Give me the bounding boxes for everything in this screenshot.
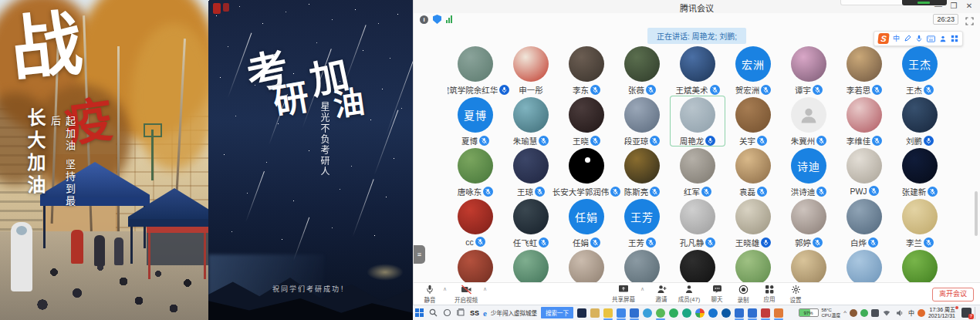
camera-button[interactable]: 开启视频 — [451, 285, 482, 304]
tray-overflow-caret[interactable]: ^ — [843, 309, 847, 316]
pinned-app-green[interactable] — [669, 308, 678, 318]
participant-段亚琼[interactable]: 段亚琼 — [614, 96, 670, 147]
participant-关宇[interactable]: 关宇 — [725, 96, 781, 147]
network-icon[interactable] — [882, 308, 892, 318]
chrome-icon[interactable] — [695, 308, 705, 318]
tray-icon-green[interactable] — [860, 309, 868, 317]
invite-button[interactable]: 邀请 — [648, 285, 674, 303]
participant-李若思[interactable]: 李若思 — [836, 45, 892, 96]
open-app-meeting[interactable] — [735, 308, 744, 318]
members-button[interactable]: 成员(47) — [676, 285, 702, 303]
participant-夏博[interactable]: 夏博夏博 — [448, 96, 503, 147]
mute-button[interactable]: 静音 — [417, 285, 443, 304]
participant-贺宏洲[interactable]: 宏洲贺宏洲 — [725, 45, 781, 96]
maximize-button[interactable]: ❐ — [946, 0, 961, 12]
participant-建筑学院余红华[interactable]: 建筑学院余红华 — [448, 45, 503, 96]
participant-李维佳[interactable]: 李维佳 — [836, 96, 892, 147]
camera-options-caret[interactable]: ∧ — [483, 286, 487, 292]
pinned-app-dark[interactable] — [577, 308, 586, 318]
participant-白烨[interactable]: 白烨 — [836, 197, 892, 248]
action-center-icon[interactable]: 7 — [961, 308, 972, 318]
participant-任飞虹[interactable]: 任飞虹 — [503, 197, 559, 248]
taskbar-clock[interactable]: 17:36 周五 2021/12/31 — [928, 307, 958, 319]
ime-mode-cn[interactable]: 中 — [893, 32, 900, 45]
fullscreen-icon[interactable] — [965, 15, 974, 23]
tray-icon-orange[interactable] — [917, 309, 925, 317]
participant-unnamed[interactable] — [503, 248, 559, 282]
participant-unnamed[interactable] — [836, 248, 892, 282]
participant-周艳龙[interactable]: 周艳龙 — [670, 96, 725, 147]
start-button[interactable] — [414, 308, 424, 318]
ime-contacts-icon[interactable] — [939, 35, 947, 42]
participant-长安大学郭润伟[interactable]: 长安大学郭润伟 — [559, 147, 614, 197]
ime-mic-icon[interactable] — [915, 35, 923, 42]
chat-button[interactable]: 聊天 — [704, 285, 730, 303]
open-app-monitor[interactable] — [617, 308, 626, 318]
participant-袁磊[interactable]: 袁磊 — [725, 147, 781, 197]
participant-张建新[interactable]: 张建新 — [892, 147, 948, 197]
participant-陈斯亮[interactable]: 陈斯亮 — [614, 147, 670, 197]
participant-王芳[interactable]: 王芳王芳 — [614, 197, 670, 248]
close-button[interactable]: ✕ — [961, 0, 977, 12]
ie-icon[interactable] — [708, 308, 718, 318]
participant-王杰[interactable]: 王杰王杰 — [892, 45, 948, 96]
participant-洪诗迪[interactable]: 诗迪洪诗迪 — [781, 147, 836, 197]
participant-朱冀州[interactable]: 朱冀州 — [781, 96, 836, 147]
ime-toolbox-icon[interactable] — [951, 35, 958, 42]
tray-icon-monkey[interactable] — [850, 309, 857, 317]
share-screen-button[interactable]: 共享屏幕 — [608, 285, 639, 303]
open-app-docs[interactable] — [748, 308, 757, 318]
participant-王晓[interactable]: 王晓 — [559, 96, 614, 147]
ime-indicator[interactable]: 中 — [908, 308, 914, 317]
taskbar-search-button[interactable]: 搜索一下 — [541, 307, 573, 318]
search-icon[interactable] — [428, 308, 438, 318]
participant-李兰[interactable]: 李兰 — [892, 197, 948, 248]
pinned-app-teal[interactable] — [682, 308, 691, 318]
participant-红军[interactable]: 红军 — [670, 147, 725, 197]
open-app-wechat[interactable] — [656, 308, 665, 318]
participant-张薇[interactable]: 张薇 — [614, 45, 670, 96]
participant-谭宇[interactable]: 谭宇 — [781, 45, 836, 96]
participant-刘鹏[interactable]: 刘鹏 — [892, 96, 948, 147]
battery-indicator[interactable]: 97% — [799, 308, 819, 317]
browser-headline-text[interactable]: 少年闯入虚拟城堡 — [491, 308, 537, 317]
open-app-notes[interactable] — [603, 308, 613, 318]
participant-unnamed[interactable] — [725, 248, 781, 282]
participant-unnamed[interactable] — [559, 248, 614, 282]
grid-scrollbar[interactable] — [975, 191, 978, 236]
meeting-info-icon[interactable]: i — [420, 15, 428, 24]
participant-李东[interactable]: 李东 — [559, 45, 614, 96]
sogou-logo-icon[interactable]: S — [877, 33, 889, 44]
task-view-icon[interactable] — [456, 308, 466, 318]
participant-王斌美术[interactable]: 王斌美术 — [670, 45, 725, 96]
tray-icon-folder[interactable] — [871, 309, 879, 317]
participant-unnamed[interactable] — [670, 248, 725, 282]
participant-申一彤[interactable]: 申一彤 — [503, 45, 559, 96]
side-panel-handle[interactable]: ≡ — [414, 245, 425, 264]
pinned-app-circle[interactable] — [643, 308, 652, 318]
open-app-download[interactable] — [630, 308, 639, 318]
participant-郭婷[interactable]: 郭婷 — [781, 197, 836, 248]
apps-button[interactable]: 应用 — [756, 285, 782, 303]
participant-任娟[interactable]: 任娟任娟 — [559, 197, 614, 248]
participant-PWJ[interactable]: PWJ — [836, 147, 892, 197]
settings-button[interactable]: 设置 — [782, 285, 809, 304]
ie-browser-icon[interactable]: e — [483, 308, 487, 318]
ime-pen-icon[interactable] — [904, 35, 911, 42]
participant-unnamed[interactable] — [892, 248, 948, 282]
network-signal-icon[interactable] — [446, 15, 452, 23]
participant-孔凡静[interactable]: 孔凡静 — [670, 197, 725, 248]
mute-options-caret[interactable]: ∧ — [443, 286, 447, 292]
participant-cc[interactable]: cc — [448, 197, 503, 248]
participant-朱瑜慧[interactable]: 朱瑜慧 — [503, 96, 559, 147]
record-button[interactable]: 录制 — [730, 285, 756, 304]
participant-unnamed[interactable] — [614, 248, 670, 282]
participant-王晓雄[interactable]: 王晓雄 — [725, 197, 781, 248]
participant-unnamed[interactable] — [448, 248, 503, 282]
security-shield-icon[interactable] — [433, 15, 441, 24]
ime-keyboard-icon[interactable] — [927, 35, 935, 42]
open-app-notebook[interactable] — [774, 308, 783, 318]
volume-icon[interactable] — [895, 308, 905, 318]
participant-王琼[interactable]: 王琼 — [503, 147, 559, 197]
leave-meeting-button[interactable]: 离开会议 — [932, 288, 974, 301]
